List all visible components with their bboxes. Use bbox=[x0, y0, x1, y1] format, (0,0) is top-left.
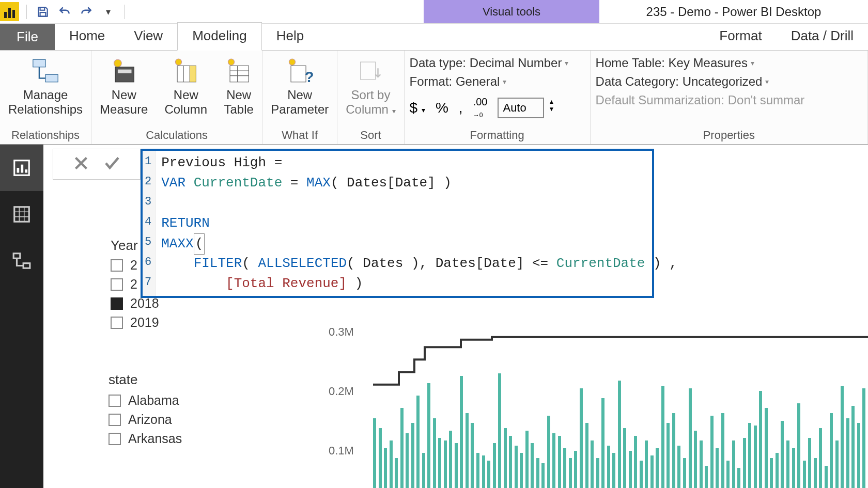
visual-tools-tab: Visual tools bbox=[424, 0, 599, 23]
svg-rect-23 bbox=[21, 165, 23, 173]
svg-point-4 bbox=[114, 59, 121, 67]
tab-format[interactable]: Format bbox=[705, 23, 776, 50]
home-table-dropdown[interactable]: Home Table: Key Measures▾ bbox=[596, 54, 862, 72]
default-summarization-dropdown[interactable]: Default Summarization: Don't summar bbox=[596, 91, 862, 109]
svg-rect-3 bbox=[45, 74, 58, 82]
save-icon[interactable] bbox=[34, 3, 52, 21]
tab-file[interactable]: File bbox=[0, 24, 55, 50]
state-option[interactable]: Arizona bbox=[109, 412, 182, 427]
svg-text:?: ? bbox=[305, 69, 314, 85]
app-logo-icon bbox=[0, 2, 19, 21]
svg-point-7 bbox=[175, 59, 181, 65]
svg-rect-2 bbox=[33, 59, 45, 67]
year-option[interactable]: 2018 bbox=[111, 296, 159, 311]
manage-relationships-button[interactable]: Manage Relationships bbox=[5, 54, 86, 118]
tab-data-drill[interactable]: Data / Drill bbox=[777, 23, 868, 50]
nav-report-icon[interactable] bbox=[0, 145, 43, 191]
currency-button[interactable]: $ ▾ bbox=[410, 100, 425, 116]
svg-rect-18 bbox=[291, 66, 306, 82]
undo-icon[interactable] bbox=[56, 3, 73, 21]
formula-cancel-icon[interactable] bbox=[72, 154, 90, 175]
comma-button[interactable]: , bbox=[459, 100, 463, 116]
svg-rect-13 bbox=[230, 66, 249, 82]
group-relationships: Relationships bbox=[5, 127, 86, 144]
nav-model-icon[interactable] bbox=[0, 238, 43, 284]
revenue-chart: 0.3M 0.2M 0.1M bbox=[322, 305, 868, 488]
svg-rect-0 bbox=[40, 7, 45, 10]
year-option[interactable]: 2 bbox=[111, 277, 159, 292]
group-formatting: Formatting bbox=[410, 127, 585, 144]
sort-by-column-button[interactable]: Sort by Column ▾ bbox=[343, 54, 398, 118]
state-slicer-title: state bbox=[109, 372, 182, 388]
svg-rect-31 bbox=[23, 263, 30, 269]
tab-view[interactable]: View bbox=[119, 23, 177, 50]
editor-code[interactable]: Previous High = VAR CurrentDate = MAX( D… bbox=[156, 151, 683, 296]
year-slicer-title: Year bbox=[111, 238, 159, 254]
group-whatif: What If bbox=[268, 127, 332, 144]
state-option[interactable]: Arkansas bbox=[109, 431, 182, 446]
svg-rect-25 bbox=[14, 207, 29, 222]
data-type-dropdown[interactable]: Data type: Decimal Number▾ bbox=[410, 54, 585, 72]
report-canvas: 1 2 3 4 5 6 7 Previous High = VAR Curren… bbox=[43, 145, 868, 488]
tab-home[interactable]: Home bbox=[55, 23, 119, 50]
tab-help[interactable]: Help bbox=[262, 23, 318, 50]
svg-rect-24 bbox=[25, 169, 27, 172]
new-column-button[interactable]: New Column bbox=[161, 54, 210, 118]
title-bar: ▾ Visual tools 235 - Demo - Power BI Des… bbox=[0, 0, 868, 24]
qat-dropdown-icon[interactable]: ▾ bbox=[99, 3, 117, 21]
new-measure-button[interactable]: New Measure bbox=[97, 54, 151, 118]
svg-rect-5 bbox=[115, 67, 134, 82]
nav-data-icon[interactable] bbox=[0, 191, 43, 238]
group-sort: Sort bbox=[343, 127, 398, 144]
year-option[interactable]: 2019 bbox=[111, 315, 159, 330]
format-dropdown[interactable]: Format: General▾ bbox=[410, 72, 585, 91]
year-option[interactable]: 2 bbox=[111, 258, 159, 273]
state-slicer[interactable]: state Alabama Arizona Arkansas bbox=[109, 372, 182, 450]
previous-high-line bbox=[373, 337, 868, 385]
data-category-dropdown[interactable]: Data Category: Uncategorized▾ bbox=[596, 72, 862, 91]
formula-commit-icon[interactable] bbox=[103, 154, 121, 175]
new-table-button[interactable]: New Table bbox=[221, 54, 257, 118]
group-calculations: Calculations bbox=[97, 127, 257, 144]
decimals-icon[interactable]: .00→0 bbox=[473, 96, 488, 120]
svg-rect-22 bbox=[17, 168, 20, 173]
redo-icon[interactable] bbox=[78, 3, 95, 21]
y-tick: 0.2M bbox=[329, 385, 354, 398]
state-option[interactable]: Alabama bbox=[109, 393, 182, 408]
formula-bar-controls bbox=[53, 149, 141, 180]
svg-rect-1 bbox=[40, 12, 46, 17]
svg-rect-6 bbox=[118, 70, 132, 73]
y-tick: 0.3M bbox=[329, 325, 354, 339]
svg-rect-30 bbox=[13, 254, 20, 259]
ribbon-tabs: File Home View Modeling Help Format Data… bbox=[0, 24, 868, 51]
y-tick: 0.1M bbox=[329, 444, 354, 458]
new-parameter-button[interactable]: ? New Parameter bbox=[268, 54, 332, 118]
group-properties: Properties bbox=[596, 127, 862, 144]
left-nav-rail bbox=[0, 145, 43, 488]
dax-editor[interactable]: 1 2 3 4 5 6 7 Previous High = VAR Curren… bbox=[141, 149, 654, 298]
year-slicer[interactable]: Year 2 2 2018 2019 bbox=[111, 238, 159, 334]
ribbon: Manage Relationships Relationships New M… bbox=[0, 51, 868, 145]
window-title: 235 - Demo - Power BI Desktop bbox=[599, 0, 868, 23]
percent-button[interactable]: % bbox=[436, 100, 448, 116]
svg-point-12 bbox=[228, 59, 235, 65]
svg-rect-11 bbox=[190, 66, 196, 82]
decimals-auto-input[interactable]: Auto▲▼ bbox=[498, 98, 544, 118]
svg-point-17 bbox=[289, 59, 296, 65]
tab-modeling[interactable]: Modeling bbox=[177, 22, 262, 51]
svg-rect-20 bbox=[361, 62, 376, 80]
